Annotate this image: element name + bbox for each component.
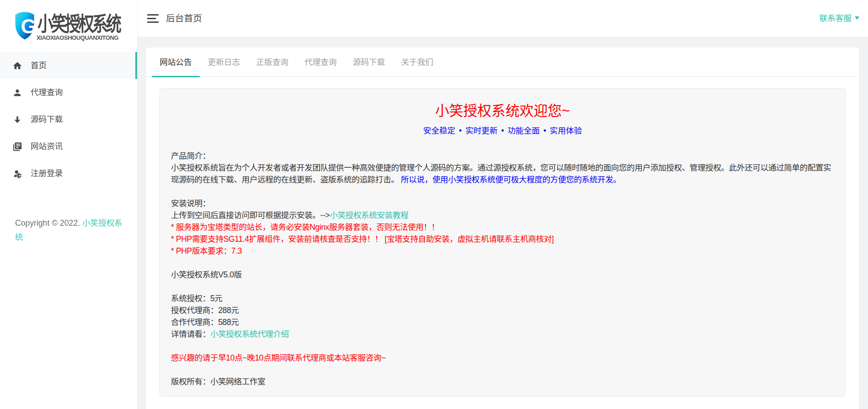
svg-text:G: G (21, 15, 35, 37)
